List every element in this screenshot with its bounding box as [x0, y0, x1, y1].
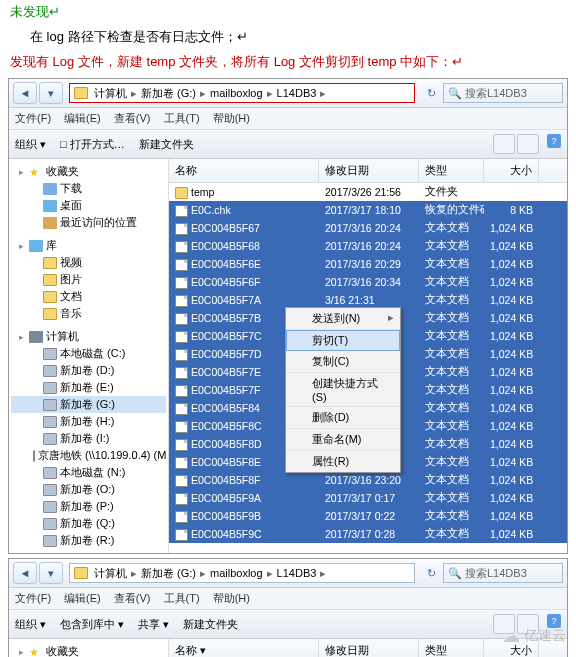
tree-label: 本地磁盘 (N:): [60, 465, 125, 480]
tree-item-pictures[interactable]: 图片: [11, 271, 166, 288]
tree-item-volR[interactable]: 新加卷 (R:): [11, 532, 166, 549]
context-menu-item[interactable]: 创建快捷方式(S): [286, 373, 400, 407]
file-icon: [175, 277, 188, 289]
tree-item-volP[interactable]: 新加卷 (P:): [11, 498, 166, 515]
context-menu-item[interactable]: 剪切(T): [286, 330, 400, 351]
address-bar[interactable]: 计算机▸ 新加卷 (G:)▸ mailboxlog▸ L14DB3▸: [69, 563, 415, 583]
tree-item-videos[interactable]: 视频: [11, 254, 166, 271]
tree-item-libraries[interactable]: ▸库: [11, 237, 166, 254]
tree-item-downloads[interactable]: 下载: [11, 180, 166, 197]
tree-item-localC[interactable]: 本地磁盘 (C:): [11, 345, 166, 362]
forward-button[interactable]: ▾: [39, 562, 63, 584]
videos-icon: [43, 257, 57, 269]
col-date[interactable]: 修改日期: [319, 639, 419, 657]
crumb-computer[interactable]: 计算机: [92, 86, 129, 101]
back-button[interactable]: ◄: [13, 562, 37, 584]
menu-view[interactable]: 查看(V): [114, 112, 151, 124]
tree-item-favorites[interactable]: ▸★收藏夹: [11, 643, 166, 657]
tree-item-volG[interactable]: 新加卷 (G:): [11, 396, 166, 413]
menu-edit[interactable]: 编辑(E): [64, 592, 101, 604]
localN-icon: [43, 467, 57, 479]
share-button[interactable]: 共享 ▾: [138, 617, 169, 632]
context-menu-item[interactable]: 删除(D): [286, 407, 400, 429]
crumb-drive[interactable]: 新加卷 (G:): [139, 86, 198, 101]
crumb-current[interactable]: L14DB3: [275, 87, 319, 99]
tree-label: 新加卷 (H:): [60, 414, 114, 429]
file-row[interactable]: E0C004B5F682017/3/16 20:24文本文档1,024 KB: [169, 237, 567, 255]
volP-icon: [43, 501, 57, 513]
watermark: ☁ 亿速云: [502, 625, 566, 647]
col-type[interactable]: 类型: [419, 639, 484, 657]
file-row[interactable]: E0C004B5F6F2017/3/16 20:34文本文档1,024 KB: [169, 273, 567, 291]
organize-button[interactable]: 组织 ▾: [15, 617, 46, 632]
help-icon[interactable]: ?: [547, 134, 561, 148]
tree-item-volQ[interactable]: 新加卷 (Q:): [11, 515, 166, 532]
search-box[interactable]: 🔍 搜索 L14DB3: [443, 83, 563, 103]
file-row[interactable]: temp2017/3/26 21:56文件夹: [169, 183, 567, 201]
forward-button[interactable]: ▾: [39, 82, 63, 104]
tree-item-music[interactable]: 音乐: [11, 305, 166, 322]
search-box[interactable]: 🔍 搜索 L14DB3: [443, 563, 563, 583]
navigation-tree: ▸★收藏夹下载桌面最近访问的位置▸库视频图片文档音乐▸计算机本地磁盘 (C:)新…: [9, 159, 169, 553]
crumb-drive[interactable]: 新加卷 (G:): [139, 566, 198, 581]
tree-label: 新加卷 (R:): [60, 533, 114, 548]
crumb-folder[interactable]: mailboxlog: [208, 567, 265, 579]
crumb-folder[interactable]: mailboxlog: [208, 87, 265, 99]
refresh-button[interactable]: ↻: [421, 563, 441, 583]
refresh-button[interactable]: ↻: [421, 83, 441, 103]
menu-view[interactable]: 查看(V): [114, 592, 151, 604]
include-button[interactable]: 包含到库中 ▾: [60, 617, 124, 632]
col-type[interactable]: 类型: [419, 159, 484, 182]
tree-item-localN[interactable]: 本地磁盘 (N:): [11, 464, 166, 481]
file-row[interactable]: E0C004B5F8F2017/3/16 23:20文本文档1,024 KB: [169, 471, 567, 489]
col-date[interactable]: 修改日期: [319, 159, 419, 182]
back-button[interactable]: ◄: [13, 82, 37, 104]
context-menu-item[interactable]: 发送到(N)▸: [286, 308, 400, 330]
tree-item-volE[interactable]: 新加卷 (E:): [11, 379, 166, 396]
tree-item-volI[interactable]: 新加卷 (I:): [11, 430, 166, 447]
file-row[interactable]: E0C004B5F672017/3/16 20:24文本文档1,024 KB: [169, 219, 567, 237]
pictures-icon: [43, 274, 57, 286]
file-row[interactable]: E0C.chk2017/3/17 18:10恢复的文件碎片8 KB: [169, 201, 567, 219]
view-mode-button[interactable]: [493, 134, 515, 154]
tree-label: 音乐: [60, 306, 82, 321]
col-size[interactable]: 大小: [484, 159, 539, 182]
file-row[interactable]: E0C004B5F9B2017/3/17 0:22文本文档1,024 KB: [169, 507, 567, 525]
menu-tools[interactable]: 工具(T): [164, 112, 200, 124]
menu-help[interactable]: 帮助(H): [213, 592, 250, 604]
col-name[interactable]: 名称: [169, 159, 319, 182]
tree-label: 本地磁盘 (C:): [60, 346, 125, 361]
context-menu-item[interactable]: 复制(C): [286, 351, 400, 373]
tree-item-recent[interactable]: 最近访问的位置: [11, 214, 166, 231]
file-row[interactable]: E0C004B5F9C2017/3/17 0:28文本文档1,024 KB: [169, 525, 567, 543]
tree-item-volO[interactable]: 新加卷 (O:): [11, 481, 166, 498]
crumb-computer[interactable]: 计算机: [92, 566, 129, 581]
tree-item-favorites[interactable]: ▸★收藏夹: [11, 163, 166, 180]
tree-item-volH[interactable]: 新加卷 (H:): [11, 413, 166, 430]
openwith-button[interactable]: □ 打开方式…: [60, 137, 125, 152]
menu-file[interactable]: 文件(F): [15, 112, 51, 124]
organize-button[interactable]: 组织 ▾: [15, 137, 46, 152]
tree-item-documents[interactable]: 文档: [11, 288, 166, 305]
menu-tools[interactable]: 工具(T): [164, 592, 200, 604]
context-menu-item[interactable]: 重命名(M): [286, 429, 400, 451]
context-menu-item[interactable]: 属性(R): [286, 451, 400, 472]
tree-item-desktop[interactable]: 桌面: [11, 197, 166, 214]
menu-help[interactable]: 帮助(H): [213, 112, 250, 124]
file-row[interactable]: E0C004B5F9A2017/3/17 0:17文本文档1,024 KB: [169, 489, 567, 507]
favorites-icon: ★: [29, 166, 43, 178]
newfolder-button[interactable]: 新建文件夹: [183, 617, 238, 632]
address-bar[interactable]: 计算机▸ 新加卷 (G:)▸ mailboxlog▸ L14DB3▸: [69, 83, 415, 103]
col-name[interactable]: 名称 ▾: [169, 639, 319, 657]
menu-edit[interactable]: 编辑(E): [64, 112, 101, 124]
preview-pane-button[interactable]: [517, 134, 539, 154]
crumb-current[interactable]: L14DB3: [275, 567, 319, 579]
cloud-icon: ☁: [502, 625, 520, 647]
file-row[interactable]: E0C004B5F6E2017/3/16 20:29文本文档1,024 KB: [169, 255, 567, 273]
menu-file[interactable]: 文件(F): [15, 592, 51, 604]
tree-item-volD[interactable]: 新加卷 (D:): [11, 362, 166, 379]
tree-item-beijing[interactable]: 京唐地铁 (\\10.199.0.4) (M:): [11, 447, 166, 464]
tree-item-computer[interactable]: ▸计算机: [11, 328, 166, 345]
tree-label: 新加卷 (P:): [60, 499, 114, 514]
newfolder-button[interactable]: 新建文件夹: [139, 137, 194, 152]
